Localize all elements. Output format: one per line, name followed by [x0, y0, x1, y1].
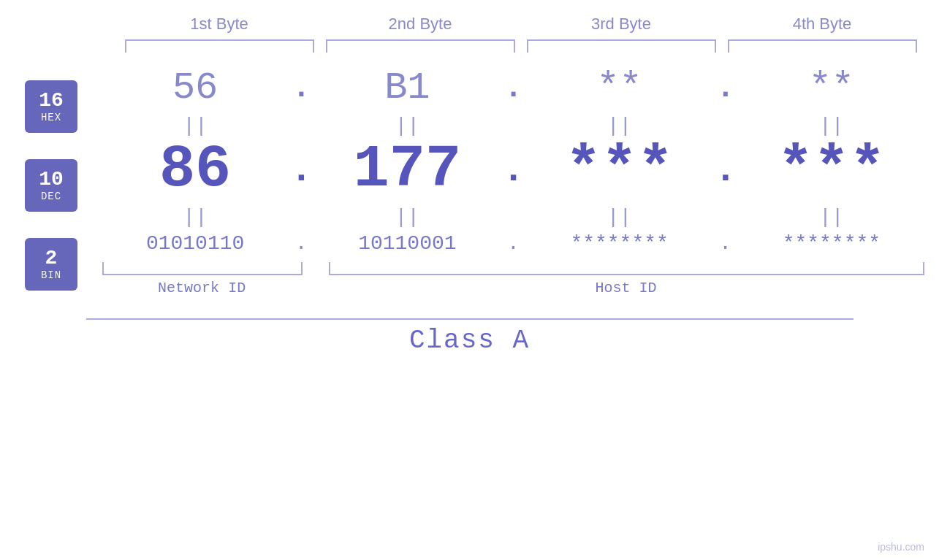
bracket-byte2 — [326, 39, 515, 53]
badge-hex-label: HEX — [41, 112, 61, 123]
bin-b1-value: 01010110 — [146, 232, 244, 255]
eq2-b2: || — [314, 206, 500, 229]
header-byte3: 3rd Byte — [521, 15, 722, 39]
bin-b4: ******** — [739, 231, 924, 256]
hex-dot1: . — [288, 71, 314, 106]
bracket-network — [102, 262, 303, 275]
bracket-byte1 — [125, 39, 314, 53]
bin-b3-value: ******** — [570, 232, 668, 255]
bin-b2: 10110001 — [314, 231, 500, 256]
hex-b1-value: 56 — [172, 66, 218, 110]
bin-dot3: . — [712, 232, 739, 255]
bin-b4-value: ******** — [783, 232, 881, 255]
eq2-b4: || — [739, 206, 924, 229]
eq2-b3: || — [527, 206, 712, 229]
header-byte4: 4th Byte — [722, 15, 923, 39]
class-label: Class A — [409, 326, 530, 356]
hex-b1: 56 — [102, 67, 288, 109]
hex-row: 56 . B1 . ** . ** — [102, 67, 924, 109]
main-container: 1st Byte 2nd Byte 3rd Byte 4th Byte 16 H… — [0, 0, 939, 560]
eq1-b1: || — [102, 115, 288, 137]
eq1-b4: || — [739, 115, 924, 137]
hex-dot3: . — [712, 71, 739, 106]
eq2-b1: || — [102, 206, 288, 229]
hex-b2: B1 — [314, 67, 500, 109]
hex-dot2: . — [501, 71, 527, 106]
header-byte2: 2nd Byte — [320, 15, 521, 39]
class-section: Class A — [0, 318, 939, 356]
bracket-byte3 — [527, 39, 716, 53]
badge-dec: 10 DEC — [25, 159, 77, 212]
top-brackets — [119, 39, 923, 53]
label-network: Network ID — [102, 280, 301, 296]
label-gap1 — [301, 280, 327, 296]
bracket-host — [329, 262, 924, 275]
bin-b3: ******** — [527, 231, 712, 256]
header-byte1: 1st Byte — [119, 15, 320, 39]
dec-b3: *** — [527, 140, 712, 200]
eq1-b2: || — [314, 115, 500, 137]
hex-b4: ** — [739, 67, 924, 109]
labels-row: Network ID Host ID — [102, 280, 924, 296]
dec-dot2: . — [501, 149, 527, 192]
dec-b1-value: 86 — [159, 136, 231, 204]
content-area: 16 HEX 10 DEC 2 BIN 56 . B1 — [0, 60, 939, 311]
hex-b2-value: B1 — [384, 66, 430, 110]
label-host: Host ID — [327, 280, 924, 296]
badge-hex: 16 HEX — [25, 80, 77, 133]
dec-b2-value: 177 — [354, 136, 462, 204]
dec-dot1: . — [288, 149, 314, 192]
dec-dot3: . — [712, 149, 739, 192]
bottom-brackets-row — [102, 262, 924, 275]
grid-area: 56 . B1 . ** . ** || || — [102, 60, 939, 311]
eq1-b3: || — [527, 115, 712, 137]
hex-b3: ** — [527, 67, 712, 109]
badge-hex-num: 16 — [39, 90, 64, 112]
dec-b1: 86 — [102, 140, 288, 200]
dec-row: 86 . 177 . *** . *** — [102, 140, 924, 200]
bin-dot1: . — [288, 232, 314, 255]
badge-bin: 2 BIN — [25, 238, 77, 291]
dec-b3-value: *** — [566, 136, 674, 204]
bracket-byte4 — [728, 39, 917, 53]
equals-row-2: || || || || — [102, 203, 924, 231]
watermark: ipshu.com — [878, 541, 924, 553]
badge-bin-num: 2 — [45, 248, 58, 270]
class-line — [86, 318, 854, 320]
bin-b1: 01010110 — [102, 231, 288, 256]
dec-b4-value: *** — [778, 136, 886, 204]
badges-column: 16 HEX 10 DEC 2 BIN — [0, 60, 102, 311]
dec-b4: *** — [739, 140, 924, 200]
badge-dec-num: 10 — [39, 169, 64, 191]
byte-headers: 1st Byte 2nd Byte 3rd Byte 4th Byte — [119, 15, 923, 39]
badge-dec-label: DEC — [41, 191, 61, 202]
badge-bin-label: BIN — [41, 269, 61, 281]
bin-b2-value: 10110001 — [358, 232, 456, 255]
dec-b2: 177 — [314, 140, 500, 200]
hex-b4-value: ** — [809, 66, 854, 110]
hex-b3-value: ** — [596, 66, 642, 110]
bin-dot2: . — [501, 232, 527, 255]
bin-row: 01010110 . 10110001 . ******** . *******… — [102, 231, 924, 256]
